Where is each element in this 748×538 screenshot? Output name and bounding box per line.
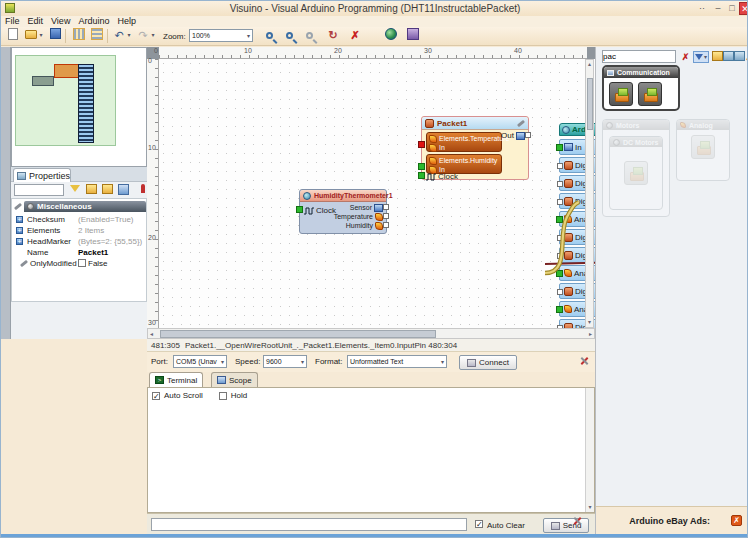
collapse-categories-icon[interactable]	[101, 184, 113, 196]
packet1-in-humidity-pin[interactable]	[418, 163, 425, 170]
web-link-button[interactable]	[383, 28, 399, 44]
thermometer-temperature-pin[interactable]	[383, 213, 389, 219]
menu-edit[interactable]: Edit	[24, 16, 48, 27]
scroll-up-icon[interactable]: ▴	[586, 60, 593, 69]
filter-funnel-icon[interactable]	[69, 184, 81, 196]
list-view-icon[interactable]	[117, 184, 129, 196]
digital-pin[interactable]	[557, 289, 563, 295]
toggle-grid-dots-button[interactable]	[89, 28, 105, 44]
communication-header[interactable]: Communication	[604, 67, 678, 78]
packet1-header[interactable]: Packet1	[422, 117, 528, 130]
packet1-clock-row[interactable]: Clock	[426, 172, 458, 181]
auto-scroll-checkbox[interactable]: ✓	[152, 392, 160, 400]
terminal-scrollbar[interactable]: ▾	[585, 388, 594, 512]
component-packet-tile[interactable]	[609, 82, 633, 106]
undo-dropdown-icon[interactable]: ▾	[125, 28, 133, 44]
property-row-name[interactable]: Name Packet1	[14, 247, 146, 257]
digital-pin[interactable]	[557, 253, 563, 259]
tab-terminal[interactable]: > Terminal	[149, 372, 203, 387]
onlymodified-checkbox[interactable]	[78, 259, 86, 267]
connect-button[interactable]: Connect	[459, 355, 517, 370]
properties-filter-input[interactable]	[14, 184, 64, 196]
ads-tools-icon[interactable]	[572, 516, 582, 526]
component-humiditythermometer1[interactable]: HumidityThermometer1 Clock Sensor Temper…	[299, 189, 387, 234]
thermometer-humidity-row[interactable]: Humidity	[346, 221, 383, 230]
expand-categories-icon[interactable]	[85, 184, 97, 196]
format-combobox[interactable]: Unformatted Text ▾	[347, 355, 447, 368]
open-dropdown-icon[interactable]: ▾	[37, 28, 45, 44]
property-row-checksum[interactable]: + Checksum (Enabled=True)	[14, 214, 146, 224]
property-row-onlymodified[interactable]: OnlyModified False	[14, 258, 146, 268]
auto-clear-checkbox[interactable]: ✓	[475, 520, 483, 528]
digital-pin[interactable]	[557, 199, 563, 205]
toggle-grid-columns-button[interactable]	[71, 28, 87, 44]
close-button[interactable]: ✕	[739, 2, 748, 15]
menu-file[interactable]: File	[1, 16, 24, 27]
setup-tools-icon[interactable]	[579, 356, 589, 366]
thermometer-header[interactable]: HumidityThermometer1	[300, 190, 386, 202]
thermometer-humidity-pin[interactable]	[383, 222, 389, 228]
delete-button[interactable]: ✗	[347, 28, 363, 44]
horizontal-scroll-thumb[interactable]	[160, 330, 436, 338]
menu-help[interactable]: Help	[113, 16, 140, 27]
thermometer-clock-row[interactable]: Clock	[304, 206, 336, 215]
new-component-icon[interactable]	[712, 51, 723, 63]
packet1-in-temperature-pin[interactable]	[418, 141, 425, 148]
analog-pin[interactable]	[556, 306, 563, 313]
new-project-button[interactable]	[5, 28, 21, 44]
send-button[interactable]: Send	[543, 518, 589, 533]
send-text-input[interactable]	[151, 518, 467, 531]
terminal-output-panel[interactable]: ✓ Auto Scroll Hold ▾	[147, 387, 595, 513]
arduino-in-pin[interactable]	[556, 144, 563, 151]
digital-pin[interactable]	[557, 163, 563, 169]
expand-icon[interactable]: +	[16, 227, 23, 234]
minimize-button[interactable]: –	[711, 2, 725, 15]
packet1-element-temperature[interactable]: Elements.Temperature In	[426, 132, 502, 152]
digital-pin[interactable]	[557, 235, 563, 241]
expand-icon[interactable]: +	[16, 238, 23, 245]
packet1-clock-pin[interactable]	[418, 172, 425, 179]
refresh-button[interactable]: ↻	[325, 28, 341, 44]
menu-view[interactable]: View	[47, 16, 74, 27]
design-canvas[interactable]: Packet1 Elements.Temperature In Elements…	[159, 59, 595, 328]
redo-dropdown-icon[interactable]: ▾	[149, 28, 157, 44]
close-palette-icon[interactable]: ✗	[744, 51, 748, 63]
scroll-down-icon[interactable]: ▾	[586, 503, 594, 512]
menu-arduino[interactable]: Arduino	[74, 16, 113, 27]
property-row-headmarker[interactable]: + HeadMarker (Bytes=2: {55,55})	[14, 236, 146, 246]
digital-pin[interactable]	[557, 181, 563, 187]
zoom-combobox[interactable]: 100% ▾	[189, 29, 253, 42]
thermometer-temperature-row[interactable]: Temperature	[334, 212, 383, 221]
zoom-reset-button[interactable]	[301, 28, 317, 44]
overview-minimap[interactable]	[11, 47, 147, 167]
vertical-scroll-thumb[interactable]	[587, 78, 593, 130]
analog-pin[interactable]	[556, 216, 563, 223]
clear-search-icon[interactable]: ✗	[680, 51, 691, 63]
thermometer-clock-pin[interactable]	[296, 206, 303, 213]
property-row-elements[interactable]: + Elements 2 Items	[14, 225, 146, 235]
thermometer-sensor-pin[interactable]	[383, 204, 389, 210]
expand-all-icon[interactable]	[723, 51, 734, 63]
filter-funnel-icon[interactable]: ▾	[693, 51, 709, 63]
zoom-in-button[interactable]	[261, 28, 277, 44]
canvas-vertical-scrollbar[interactable]: ▴ ▾	[585, 59, 594, 328]
properties-category-header[interactable]: Miscellaneous	[14, 201, 146, 212]
hold-checkbox[interactable]	[219, 392, 227, 400]
thermometer-sensor-row[interactable]: Sensor	[350, 203, 383, 212]
packet1-settings-wrench-icon[interactable]	[517, 119, 525, 126]
canvas-horizontal-scrollbar[interactable]: ◂ ▸	[147, 328, 595, 339]
save-project-button[interactable]	[47, 28, 63, 44]
scroll-down-icon[interactable]: ▾	[586, 318, 593, 327]
zoom-out-button[interactable]	[281, 28, 297, 44]
component-packet1[interactable]: Packet1 Elements.Temperature In Elements…	[421, 116, 529, 180]
packet1-out-pin-row[interactable]: Out	[501, 131, 525, 140]
scroll-left-icon[interactable]: ◂	[150, 330, 153, 339]
scroll-right-icon[interactable]: ▸	[589, 330, 592, 339]
port-combobox[interactable]: COM5 (Unav ▾	[173, 355, 227, 368]
packet1-out-pin[interactable]	[525, 132, 531, 138]
category-communication[interactable]: Communication	[602, 65, 680, 111]
component-search-input[interactable]	[602, 50, 676, 63]
analog-pin[interactable]	[556, 270, 563, 277]
help-dots-icon[interactable]: ··	[695, 2, 709, 15]
expand-icon[interactable]: +	[16, 216, 23, 223]
